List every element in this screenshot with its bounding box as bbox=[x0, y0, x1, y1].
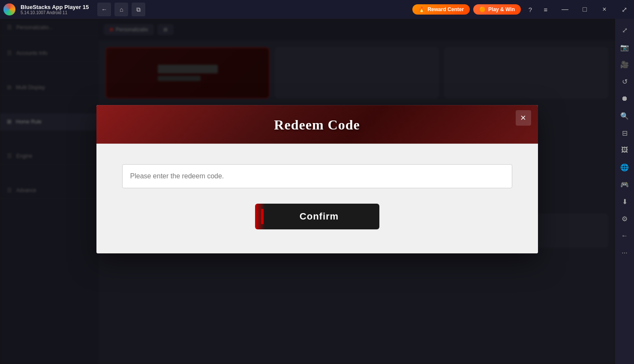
confirm-btn-accent bbox=[261, 209, 264, 224]
tabs-button[interactable]: ⧉ bbox=[132, 3, 145, 16]
more-icon[interactable]: ··· bbox=[617, 245, 632, 261]
close-button[interactable]: × bbox=[595, 0, 614, 19]
refresh-icon[interactable]: ↺ bbox=[617, 74, 632, 89]
right-sidebar: ⤢ 📷 🎥 ↺ ⏺ 🔍 ⊟ 🖼 🌐 🎮 ⬇ ⚙ ← ··· bbox=[615, 19, 634, 364]
minimize-button[interactable]: — bbox=[555, 0, 575, 19]
home-button[interactable]: ⌂ bbox=[114, 3, 128, 16]
help-button[interactable]: ? bbox=[524, 3, 536, 15]
confirm-btn-label: Confirm bbox=[300, 211, 339, 222]
dialog-body: Confirm bbox=[96, 144, 538, 253]
dialog-header: Redeem Code × bbox=[96, 105, 538, 144]
video-icon[interactable]: 🎥 bbox=[617, 57, 632, 72]
play-win-button[interactable]: 🟠 Play & Win bbox=[473, 4, 521, 15]
back-icon[interactable]: ← bbox=[617, 228, 632, 244]
back-button[interactable]: ← bbox=[97, 3, 111, 16]
expand-button[interactable]: ⤢ bbox=[614, 0, 634, 19]
screenshot-icon[interactable]: 📷 bbox=[617, 39, 632, 55]
redeem-code-input[interactable] bbox=[122, 164, 512, 188]
nav-buttons: ← ⌂ ⧉ bbox=[97, 3, 145, 16]
dialog-close-button[interactable]: × bbox=[516, 110, 531, 126]
zoom-icon[interactable]: 🔍 bbox=[617, 108, 632, 123]
zoom-out-icon[interactable]: ⊟ bbox=[617, 125, 632, 141]
menu-button[interactable]: ≡ bbox=[540, 3, 552, 15]
logo-circle bbox=[3, 3, 15, 15]
reward-label: Reward Center bbox=[427, 6, 464, 12]
title-bar-actions: 🔥 Reward Center 🟠 Play & Win ? ≡ bbox=[412, 3, 552, 15]
app-version: 5.14.10.1007 Android 11 bbox=[21, 10, 89, 15]
app-logo bbox=[0, 0, 19, 19]
gamepad-icon[interactable]: 🎮 bbox=[617, 177, 632, 192]
play-win-label: Play & Win bbox=[488, 6, 515, 12]
reward-icon: 🔥 bbox=[418, 6, 425, 12]
expand-sidebar-icon[interactable]: ⤢ bbox=[617, 22, 632, 38]
window-controls: — □ × ⤢ bbox=[555, 0, 634, 19]
app-info: BlueStacks App Player 15 5.14.10.1007 An… bbox=[21, 4, 89, 15]
app-name: BlueStacks App Player 15 bbox=[21, 4, 89, 10]
confirm-button[interactable]: Confirm bbox=[255, 204, 379, 229]
play-win-icon: 🟠 bbox=[479, 6, 486, 12]
settings-icon[interactable]: ⚙ bbox=[617, 211, 632, 226]
redeem-code-dialog: Redeem Code × Confirm bbox=[96, 105, 538, 253]
reward-center-button[interactable]: 🔥 Reward Center bbox=[412, 4, 470, 15]
dialog-title: Redeem Code bbox=[274, 117, 360, 133]
image-icon[interactable]: 🖼 bbox=[617, 142, 632, 158]
title-bar: BlueStacks App Player 15 5.14.10.1007 An… bbox=[0, 0, 634, 19]
record-icon[interactable]: ⏺ bbox=[617, 91, 632, 106]
download-icon[interactable]: ⬇ bbox=[617, 194, 632, 209]
globe-icon[interactable]: 🌐 bbox=[617, 159, 632, 175]
maximize-button[interactable]: □ bbox=[575, 0, 595, 19]
